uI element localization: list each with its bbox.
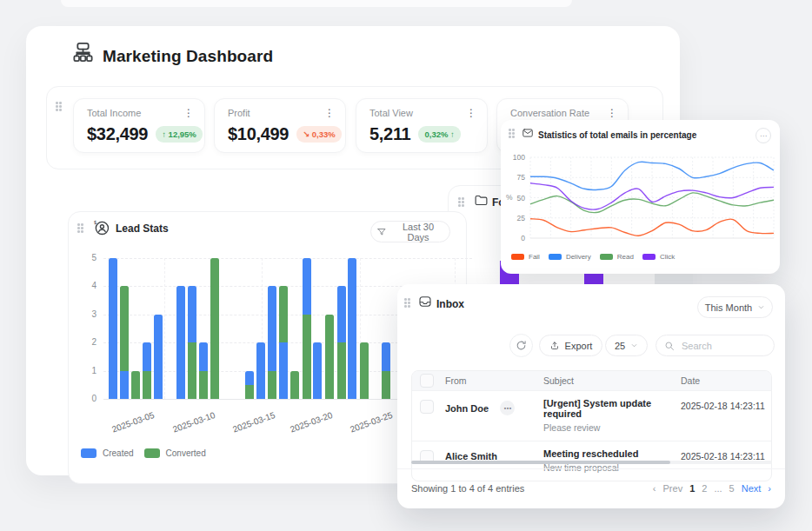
- legend-swatch: [81, 448, 97, 458]
- next-chevron-icon[interactable]: ›: [768, 483, 771, 494]
- y-tick-label: 0: [503, 234, 525, 242]
- lead-stats-title: Lead Stats: [116, 222, 169, 235]
- drag-handle[interactable]: [404, 298, 411, 309]
- more-menu-icon[interactable]: ⋯: [755, 128, 771, 143]
- export-button[interactable]: Export: [539, 335, 602, 356]
- drag-handle[interactable]: [458, 197, 465, 208]
- page-number[interactable]: 5: [729, 483, 735, 494]
- y-tick-label: 2: [69, 338, 97, 347]
- stat-value: $10,499: [228, 124, 289, 144]
- legend-item[interactable]: Created: [81, 448, 134, 458]
- period-dropdown[interactable]: This Month: [697, 296, 773, 318]
- legend-item[interactable]: Fail: [511, 253, 540, 261]
- email-date: 2025-02-18 14:23:11: [681, 398, 771, 411]
- email-subject: Meeting rescheduled: [543, 448, 681, 459]
- stat-label: Total View: [369, 108, 413, 118]
- inbox-footer: Showing 1 to 4 of 4 entries ‹Prev12...5N…: [397, 468, 785, 508]
- pagination: ‹Prev12...5Next›: [653, 483, 771, 494]
- bar-segment: [120, 371, 129, 399]
- email-subject: [Urgent] System update required: [543, 398, 681, 419]
- email-stats-title: Statistics of total emails in percentage: [538, 130, 696, 140]
- drag-handle[interactable]: [77, 223, 84, 234]
- search-icon: [664, 341, 675, 351]
- bar-segment: [303, 315, 311, 399]
- horizontal-scrollbar-track: [411, 461, 772, 464]
- legend-swatch: [511, 254, 524, 260]
- bar-segment: [131, 371, 140, 399]
- prev-button[interactable]: Prev: [663, 483, 683, 494]
- bar-segment: [199, 342, 208, 370]
- row-checkbox[interactable]: [420, 400, 434, 414]
- drag-handle[interactable]: [509, 129, 516, 139]
- kebab-menu-icon[interactable]: ⋮: [183, 109, 194, 117]
- y-tick-label: 1: [69, 367, 97, 375]
- bar-segment: [188, 286, 196, 342]
- bar-segment: [325, 315, 334, 399]
- bar-segment: [348, 258, 356, 399]
- table-row[interactable]: John Doe ⋯ [Urgent] System update requir…: [412, 390, 771, 441]
- legend-swatch: [600, 254, 613, 260]
- row-menu-icon[interactable]: ⋯: [500, 401, 515, 415]
- search-input[interactable]: [680, 340, 766, 352]
- y-tick-label: 4: [69, 282, 97, 290]
- stat-card-total-income: Total Income ⋮ $32,499 ↑ 12,95%: [73, 98, 205, 153]
- legend-label: Delivery: [566, 253, 591, 261]
- legend-label: Created: [103, 448, 134, 458]
- legend-swatch: [144, 448, 160, 458]
- y-tick-label: 50: [503, 194, 525, 202]
- sitemap-icon: [71, 41, 95, 64]
- page-number[interactable]: 1: [689, 483, 695, 494]
- chevron-down-icon: [630, 342, 638, 349]
- kebab-menu-icon[interactable]: ⋮: [324, 109, 335, 117]
- bar-segment: [199, 371, 208, 399]
- email-preview: Please review: [543, 422, 681, 433]
- legend-item[interactable]: Delivery: [549, 253, 591, 261]
- page-number[interactable]: 2: [702, 483, 707, 494]
- select-all-checkbox[interactable]: [420, 374, 434, 388]
- x-tick-label: 2025-03-10: [171, 410, 216, 435]
- column-header-subject: Subject: [543, 375, 681, 386]
- x-tick-label: 2025-03-25: [349, 410, 394, 435]
- page-title: Marketing Dashboard: [103, 47, 273, 66]
- legend-swatch: [642, 254, 656, 260]
- bar-segment: [109, 258, 117, 399]
- legend-item[interactable]: Converted: [144, 448, 206, 458]
- email-date: 2025-02-18 14:23:11: [681, 448, 771, 461]
- x-tick-label: 2025-03-15: [231, 410, 276, 435]
- email-line-chart: [529, 156, 775, 240]
- y-tick-label: 100: [503, 153, 525, 162]
- y-tick-label: 75: [503, 173, 525, 182]
- legend-label: Click: [660, 253, 675, 261]
- bar-segment: [245, 385, 254, 399]
- stat-label: Conversation Rate: [510, 108, 589, 118]
- stat-card-total-view: Total View ⋮ 5,211 0,32% ↑: [356, 98, 488, 153]
- page-size-dropdown[interactable]: 25: [605, 335, 648, 356]
- column-header-date: Date: [681, 375, 771, 386]
- svg-text:$: $: [94, 220, 97, 225]
- bar-segment: [279, 286, 288, 342]
- legend-item[interactable]: Click: [642, 253, 675, 261]
- last-30-days-filter-button[interactable]: Last 30 Days: [370, 221, 450, 242]
- bar-segment: [290, 371, 299, 399]
- bar-segment: [154, 315, 163, 399]
- folder-icon: [474, 193, 489, 208]
- bar-segment: [360, 342, 369, 399]
- prev-chevron-icon[interactable]: ‹: [653, 483, 656, 494]
- legend-item[interactable]: Read: [600, 253, 634, 261]
- export-icon: [549, 341, 560, 351]
- kebab-menu-icon[interactable]: ⋮: [607, 109, 617, 117]
- next-button[interactable]: Next: [742, 483, 762, 494]
- legend-swatch: [549, 254, 562, 260]
- stat-label: Total Income: [87, 108, 141, 118]
- bar-segment: [382, 371, 390, 399]
- bar-segment: [245, 371, 254, 385]
- table-header-row: From Subject Date: [412, 371, 771, 390]
- kebab-menu-icon[interactable]: ⋮: [466, 109, 476, 117]
- drag-handle[interactable]: [56, 102, 63, 112]
- period-label: This Month: [705, 302, 752, 313]
- page-number[interactable]: ...: [714, 483, 722, 494]
- page-size-value: 25: [615, 341, 625, 351]
- refresh-button[interactable]: [509, 334, 533, 357]
- horizontal-scrollbar-thumb[interactable]: [411, 461, 670, 464]
- sender-name: John Doe: [445, 403, 489, 414]
